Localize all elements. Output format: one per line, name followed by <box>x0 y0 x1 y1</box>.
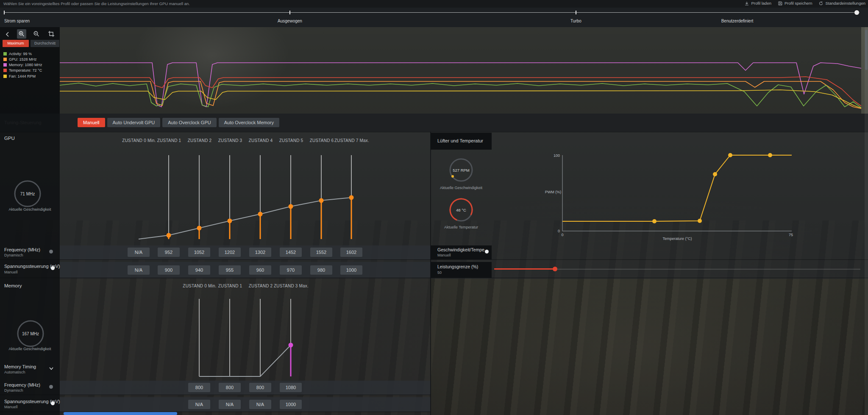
mode-auto-overclock-gpu-button[interactable]: Auto Overclock GPU <box>162 118 216 127</box>
gpu-state-5-handle[interactable] <box>289 204 293 209</box>
mem-volt-state0-input[interactable]: N/A <box>188 400 210 409</box>
memory-frequency-mode: Dynamisch <box>4 388 23 393</box>
gpu-state-7-handle[interactable] <box>349 195 354 200</box>
monitor-chart-area <box>60 27 861 114</box>
gpu-voltage-toggle[interactable] <box>51 266 55 270</box>
mem-volt-state3-input[interactable]: 1000 <box>280 400 302 409</box>
gpu-volt-state2-input[interactable]: 940 <box>188 265 210 275</box>
zoom-in-tool-button[interactable] <box>17 29 26 39</box>
fan-curve-point[interactable] <box>768 153 772 157</box>
gpu-volt-state3-input[interactable]: 955 <box>219 265 241 275</box>
memory-timing-label: Memory Timing <box>4 364 36 369</box>
memory-curve-line <box>199 345 291 376</box>
profile-tick-turbo[interactable] <box>576 11 576 14</box>
mem-freq-state0-input[interactable]: 800 <box>188 383 210 392</box>
power-limit-value: 50 <box>437 270 442 275</box>
vertical-scrollbar-thumb[interactable] <box>865 30 868 70</box>
fan-chart-ymax-tick: 100 <box>554 153 560 158</box>
power-profile-slider-bar: Strom sparen Ausgewogen Turbo Benutzerde… <box>0 8 868 27</box>
gpu-freq-state7-input[interactable]: 1602 <box>340 248 362 257</box>
fan-chart-ymin-tick: 0 <box>558 229 560 233</box>
tab-durchschnitt[interactable]: Durchschnitt <box>31 40 59 47</box>
selection-icon[interactable] <box>48 31 55 37</box>
mode-auto-undervolt-gpu-button[interactable]: Auto Undervolt GPU <box>107 118 161 127</box>
mode-auto-overclock-memory-button[interactable]: Auto Overclock Memory <box>219 118 279 127</box>
bottom-right-area <box>431 279 868 415</box>
mem-volt-state2-input[interactable]: N/A <box>249 400 271 409</box>
fan-speed-temp-toggle[interactable] <box>485 250 489 253</box>
mem-volt-state1-input[interactable]: N/A <box>219 400 241 409</box>
tuning-control-bar: Tuning-Steuerung Manuell Auto Undervolt … <box>0 114 868 132</box>
fan-curve-point[interactable] <box>728 153 732 157</box>
monitor-sidebar: Maximum Durchschnitt Activity: 99 % GPU:… <box>0 27 60 114</box>
reset-defaults-icon <box>819 1 823 6</box>
fan-speed-temp-mode: Manuell <box>437 253 451 257</box>
memory-frequency-row-strip <box>60 381 431 395</box>
profile-option-ausgewogen[interactable]: Ausgewogen <box>269 19 311 23</box>
profile-slider-handle[interactable] <box>854 10 859 15</box>
gpu-frequency-label: Frequency (MHz) <box>4 247 40 252</box>
fan-curve-point[interactable] <box>713 172 717 176</box>
power-limit-row-chip: Leistungsgrenze (%) 50 <box>431 262 492 278</box>
profile-option-turbo[interactable]: Turbo <box>555 19 597 23</box>
gpu-state-4-handle[interactable] <box>258 212 263 217</box>
gpu-volt-state4-input[interactable]: 960 <box>249 265 271 275</box>
save-profile-button[interactable]: Profil speichern <box>778 1 812 6</box>
reset-defaults-button[interactable]: Standardeinstellungen <box>819 1 865 6</box>
memory-state-3-header: ZUSTAND 3 Max. <box>272 284 311 288</box>
gpu-state-2-handle[interactable] <box>197 226 202 231</box>
profile-tick-strom-sparen[interactable] <box>4 11 5 14</box>
memory-frequency-toggle[interactable] <box>49 385 53 389</box>
performance-monitor-chart <box>60 27 861 114</box>
zoom-out-icon[interactable] <box>33 31 40 37</box>
mem-freq-state3-input[interactable]: 1080 <box>280 383 302 392</box>
load-profile-icon <box>745 1 749 6</box>
gpu-state-1-handle[interactable] <box>167 233 171 238</box>
vertical-scrollbar-track[interactable] <box>865 27 868 415</box>
gpu-freq-state6-input[interactable]: 1552 <box>310 248 332 257</box>
fan-legend-label: Fan: 1444 RPM <box>9 74 36 78</box>
gpu-state-6-handle[interactable] <box>319 198 324 203</box>
chevron-down-icon[interactable] <box>48 365 54 371</box>
horizontal-scrollbar-thumb[interactable] <box>64 412 177 415</box>
gpu-freq-state3-input[interactable]: 1202 <box>219 248 241 257</box>
power-limit-slider-handle[interactable] <box>553 267 557 271</box>
gpu-volt-state0-input[interactable]: N/A <box>128 265 150 275</box>
memory-state-3-handle[interactable] <box>289 343 293 348</box>
gpu-frequency-toggle[interactable] <box>49 250 53 253</box>
back-icon[interactable] <box>4 31 11 38</box>
fan-curve-point[interactable] <box>698 219 702 223</box>
memory-state-tracks[interactable] <box>199 299 291 376</box>
gpu-freq-state4-input[interactable]: 1302 <box>249 248 271 257</box>
temperature-swatch <box>3 69 7 72</box>
gpu-freq-state2-input[interactable]: 1052 <box>188 248 210 257</box>
profile-slider-track[interactable] <box>4 12 860 13</box>
mode-manuell-button[interactable]: Manuell <box>78 118 105 127</box>
page-description: Wählen Sie ein voreingestelltes Profil o… <box>3 1 190 6</box>
profile-tick-ausgewogen[interactable] <box>289 11 290 14</box>
activity-legend-label: Activity: 99 % <box>9 52 32 56</box>
gpu-frequency-mode: Dynamisch <box>4 253 23 257</box>
gpu-freq-state0-input[interactable]: N/A <box>128 248 150 257</box>
gpu-volt-state6-input[interactable]: 980 <box>310 265 332 275</box>
gpu-section-label: GPU <box>4 136 15 141</box>
fan-curve-point[interactable] <box>652 219 657 223</box>
memory-voltage-toggle[interactable] <box>51 401 55 405</box>
gpu-volt-state1-input[interactable]: 900 <box>158 265 180 275</box>
mem-freq-state2-input[interactable]: 800 <box>249 383 271 392</box>
profile-option-benutzerdefiniert[interactable]: Benutzerdefiniert <box>707 19 768 23</box>
gpu-freq-state1-input[interactable]: 952 <box>158 248 180 257</box>
gpu-state-3-handle[interactable] <box>228 219 232 223</box>
tab-maximum[interactable]: Maximum <box>3 40 29 47</box>
save-profile-label: Profil speichern <box>785 1 812 6</box>
activity-swatch <box>3 52 7 56</box>
fan-swatch <box>3 75 7 78</box>
load-profile-button[interactable]: Profil laden <box>745 1 771 6</box>
gpu-volt-state5-input[interactable]: 970 <box>280 265 302 275</box>
gpu-series-line <box>60 81 861 109</box>
fan-chart-xmax-tick: 75 <box>789 233 793 237</box>
profile-option-strom-sparen[interactable]: Strom sparen <box>4 19 30 23</box>
mem-freq-state1-input[interactable]: 800 <box>219 383 241 392</box>
gpu-volt-state7-input[interactable]: 1000 <box>340 265 362 275</box>
gpu-freq-state5-input[interactable]: 1452 <box>280 248 302 257</box>
